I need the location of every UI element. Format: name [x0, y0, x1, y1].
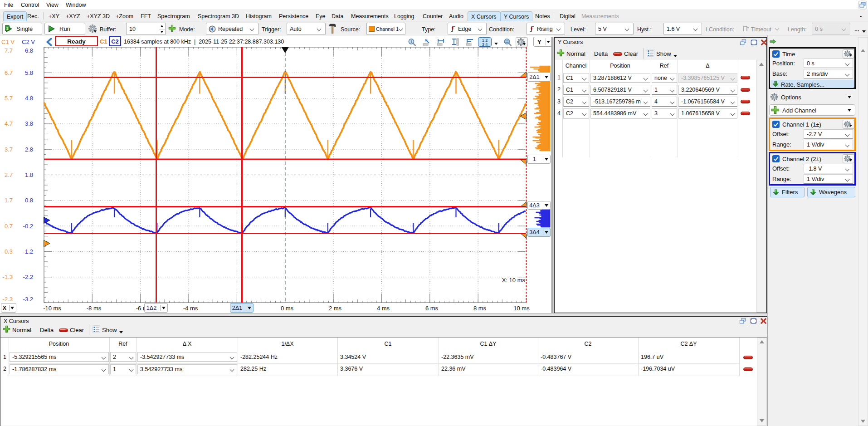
svg-text:4.8: 4.8 — [25, 95, 33, 102]
svg-text:0.7: 0.7 — [5, 223, 13, 230]
svg-text:-4 ms: -4 ms — [183, 305, 198, 312]
svg-text:2 ms: 2 ms — [329, 305, 342, 312]
svg-text:0.8: 0.8 — [25, 197, 33, 204]
svg-text:8 ms: 8 ms — [473, 305, 487, 312]
svg-text:-2.2: -2.2 — [23, 274, 33, 280]
svg-text:X: 10 ms: X: 10 ms — [502, 277, 526, 284]
svg-text:2.7: 2.7 — [5, 171, 13, 178]
svg-text:4 ms: 4 ms — [377, 305, 390, 312]
svg-text:-10 ms: -10 ms — [43, 305, 61, 312]
svg-text:-1.2: -1.2 — [23, 248, 33, 255]
svg-text:C2 V: C2 V — [22, 39, 35, 45]
svg-text:10 ms: 10 ms — [513, 305, 530, 312]
svg-text:5.8: 5.8 — [25, 69, 33, 76]
svg-text:2.8: 2.8 — [25, 146, 33, 153]
svg-text:C1 V: C1 V — [1, 39, 15, 45]
svg-text:-0.3: -0.3 — [3, 248, 13, 255]
svg-text:6 ms: 6 ms — [425, 305, 439, 312]
svg-text:-0.2: -0.2 — [23, 223, 33, 230]
svg-text:5.7: 5.7 — [5, 95, 13, 102]
svg-text:6.7: 6.7 — [5, 69, 13, 76]
svg-text:1.7: 1.7 — [5, 197, 13, 204]
svg-text:6.8: 6.8 — [25, 47, 33, 54]
svg-text:1: 1 — [6, 26, 8, 31]
svg-text:7.7: 7.7 — [5, 47, 13, 54]
svg-text:-1.3: -1.3 — [3, 274, 13, 280]
svg-text:-8 ms: -8 ms — [87, 305, 102, 312]
svg-text:1.8: 1.8 — [25, 171, 33, 178]
svg-text:4.7: 4.7 — [5, 120, 13, 127]
svg-text:0 ms: 0 ms — [281, 305, 294, 312]
svg-text:3.7: 3.7 — [5, 146, 13, 153]
svg-text:3.8: 3.8 — [25, 120, 33, 127]
svg-text:-3.2: -3.2 — [23, 296, 33, 303]
svg-text:-2.3: -2.3 — [3, 296, 13, 303]
